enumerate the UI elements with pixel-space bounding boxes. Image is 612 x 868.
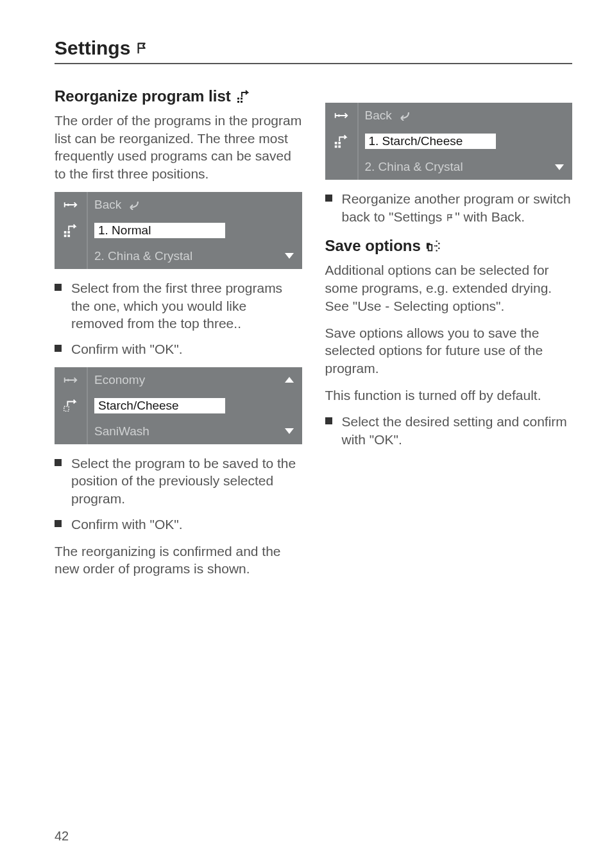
lcd-panel-2: Economy Starch/Cheese SaniWash (55, 367, 302, 444)
svg-rect-2 (241, 98, 242, 100)
page-title: Settings (55, 37, 572, 59)
lcd2-row3-icon (55, 419, 88, 444)
svg-point-9 (67, 379, 69, 381)
save-options-heading: Save options (325, 237, 573, 255)
program-list-icon (325, 128, 359, 154)
save-options-p2: Save options allows you to save the sele… (325, 324, 573, 378)
down-arrow-icon (276, 243, 302, 269)
svg-point-22 (436, 250, 437, 252)
save-options-p3: This function is turned off by default. (325, 386, 573, 404)
svg-rect-0 (237, 98, 239, 100)
svg-rect-15 (338, 146, 341, 148)
step-item: Reorganize another program or switch bac… (325, 190, 573, 225)
svg-rect-7 (67, 231, 70, 234)
settings-icon (325, 103, 359, 128)
step-item: Select the program to be saved to the po… (55, 455, 302, 508)
svg-point-19 (438, 243, 439, 245)
settings-icon (55, 367, 88, 393)
lcd3-selected-label: 1. Starch/Cheese (359, 128, 547, 154)
lcd2-selected-label: Starch/Cheese (88, 393, 276, 419)
lcd3-back-label: Back (359, 103, 547, 128)
lcd3-row3-label: 2. China & Crystal (359, 154, 547, 180)
settings-icon (55, 192, 88, 218)
svg-rect-10 (64, 406, 69, 411)
lcd1-back-label: Back (88, 192, 276, 218)
reorganize-outro: The reorganizing is confirmed and the ne… (55, 542, 302, 578)
lcd1-row2: 1. Normal (55, 218, 302, 243)
document-page: Settings Reorganize program list The ord… (0, 0, 612, 868)
svg-rect-12 (334, 142, 337, 144)
page-title-text: Settings (55, 37, 130, 59)
svg-rect-5 (64, 231, 67, 234)
svg-rect-8 (67, 234, 70, 237)
svg-rect-13 (334, 146, 337, 148)
lcd1-row1-arrow (276, 192, 302, 218)
reorganize-intro: The order of the programs in the program… (55, 112, 302, 183)
lcd2-row3-label: SaniWash (88, 419, 276, 444)
svg-rect-17 (429, 245, 432, 251)
lcd-panel-3: Back 1. Starch/Cheese (325, 103, 573, 180)
lcd1-row3-label: 2. China & Crystal (88, 243, 276, 269)
svg-rect-6 (64, 234, 67, 237)
svg-rect-1 (237, 101, 239, 103)
save-options-icon (426, 238, 441, 254)
lcd1-row2-arrow (276, 218, 302, 243)
reorganize-icon (236, 89, 251, 104)
page-number: 42 (55, 829, 69, 844)
svg-point-20 (438, 248, 439, 249)
svg-point-21 (436, 241, 437, 242)
lcd2-row1: Economy (55, 367, 302, 393)
flag-icon (135, 41, 149, 55)
svg-point-4 (67, 204, 69, 206)
move-program-icon (55, 393, 88, 419)
step-item: Select from the first three programs the… (55, 279, 302, 333)
lcd-panel-1: Back 1. Normal (55, 192, 302, 269)
lcd3-row1: Back (325, 103, 573, 128)
save-options-heading-text: Save options (325, 237, 421, 255)
step-item: Confirm with "OK". (55, 516, 302, 534)
down-arrow-icon (547, 154, 572, 180)
reorganize-heading-text: Reorganize program list (55, 87, 231, 105)
flag-icon (446, 209, 455, 224)
lcd1-row3: 2. China & Crystal (55, 243, 302, 269)
back-arrow-icon (397, 110, 410, 121)
up-arrow-icon (276, 367, 302, 393)
lcd2-row2: Starch/Cheese (55, 393, 302, 419)
svg-rect-3 (241, 101, 242, 103)
lcd2-row2-arrow (276, 393, 302, 419)
svg-rect-14 (338, 142, 341, 144)
steps-list-1: Select from the first three programs the… (55, 279, 302, 358)
steps-list-right-1: Reorganize another program or switch bac… (325, 190, 573, 225)
lcd2-row3: SaniWash (55, 419, 302, 444)
lcd3-row2: 1. Starch/Cheese (325, 128, 573, 154)
lcd1-row1: Back (55, 192, 302, 218)
back-arrow-icon (126, 200, 139, 210)
left-column: Reorganize program list The order of the… (55, 82, 302, 587)
lcd3-row2-arrow (547, 128, 572, 154)
right-column: Back 1. Starch/Cheese (325, 82, 573, 587)
two-column-layout: Reorganize program list The order of the… (55, 82, 572, 587)
lcd3-row3-icon (325, 154, 359, 180)
down-arrow-icon (276, 419, 302, 444)
lcd3-row1-arrow (547, 103, 572, 128)
title-rule (55, 63, 572, 64)
program-list-icon (55, 218, 88, 243)
lcd1-row3-icon (55, 243, 88, 269)
svg-point-18 (436, 245, 437, 247)
reorganize-heading: Reorganize program list (55, 87, 302, 105)
save-options-p1: Additional options can be selected for s… (325, 261, 573, 315)
steps-list-2: Select the program to be saved to the po… (55, 455, 302, 534)
lcd2-row1-label: Economy (88, 367, 276, 393)
lcd3-row3: 2. China & Crystal (325, 154, 573, 180)
step-item: Confirm with "OK". (55, 340, 302, 358)
step-item: Select the desired setting and confirm w… (325, 413, 573, 448)
svg-point-11 (337, 114, 340, 117)
steps-list-right-2: Select the desired setting and confirm w… (325, 413, 573, 448)
lcd1-selected-label: 1. Normal (88, 218, 276, 243)
